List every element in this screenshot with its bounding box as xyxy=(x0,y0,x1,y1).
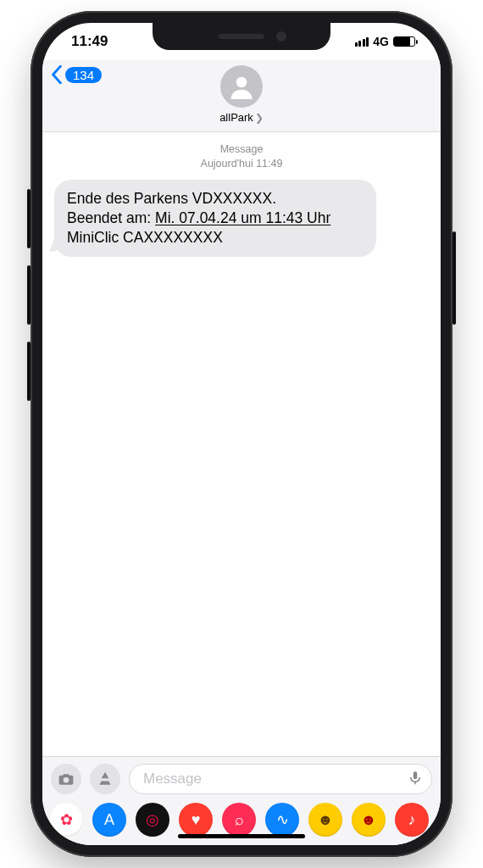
home-indicator[interactable] xyxy=(178,834,305,838)
memoji2-icon[interactable]: ☻ xyxy=(352,803,386,837)
heart-icon[interactable]: ♥ xyxy=(179,803,213,837)
svg-point-0 xyxy=(236,77,247,88)
appstore-icon[interactable]: A xyxy=(92,803,126,837)
photos-icon[interactable]: ✿ xyxy=(49,803,83,837)
message-input[interactable] xyxy=(142,770,408,788)
dictate-button[interactable] xyxy=(408,768,423,790)
mic-icon xyxy=(408,768,423,787)
screen: 11:49 4G 134 allPark xyxy=(42,23,441,845)
search-icon[interactable]: ⌕ xyxy=(222,803,256,837)
msg-line2-prefix: Beendet am: xyxy=(67,209,155,226)
contact-name-button[interactable]: allPark ❯ xyxy=(219,111,264,124)
appstore-icon xyxy=(97,771,114,787)
message-thread[interactable]: Message Aujourd'hui 11:49 Ende des Parke… xyxy=(42,132,441,756)
camera-button[interactable] xyxy=(51,764,81,794)
audio-icon[interactable]: ∿ xyxy=(265,803,299,837)
memoji1-icon[interactable]: ☻ xyxy=(308,803,342,837)
notch xyxy=(153,23,330,50)
avatar[interactable] xyxy=(220,65,263,108)
incoming-message[interactable]: Ende des Parkens VDXXXXXX. Beendet am: M… xyxy=(54,180,376,257)
msg-line1: Ende des Parkens VDXXXXXX. xyxy=(67,190,276,207)
chevron-left-icon xyxy=(51,65,63,84)
unread-badge: 134 xyxy=(65,67,102,83)
person-icon xyxy=(229,74,254,99)
music-icon[interactable]: ♪ xyxy=(395,803,429,837)
back-button[interactable]: 134 xyxy=(51,65,102,84)
conversation-header: 134 allPark ❯ xyxy=(42,60,441,132)
fitness-icon[interactable]: ◎ xyxy=(136,803,169,837)
appdrawer-button[interactable] xyxy=(90,764,120,794)
phone-frame: 11:49 4G 134 allPark xyxy=(31,11,452,857)
camera-icon xyxy=(58,771,75,787)
message-input-wrap[interactable] xyxy=(129,764,432,794)
thread-meta: Message Aujourd'hui 11:49 xyxy=(54,142,429,171)
battery-icon xyxy=(393,36,415,47)
msg-line3: MiniClic CAXXXXXXXX xyxy=(67,229,223,246)
composer xyxy=(42,756,441,798)
status-time: 11:49 xyxy=(71,33,108,50)
network-label: 4G xyxy=(373,35,389,48)
chevron-right-icon: ❯ xyxy=(255,112,264,124)
contact-name: allPark xyxy=(219,111,253,124)
signal-icon xyxy=(355,37,369,47)
msg-date-link[interactable]: Mi. 07.04.24 um 11:43 Uhr xyxy=(155,209,330,226)
